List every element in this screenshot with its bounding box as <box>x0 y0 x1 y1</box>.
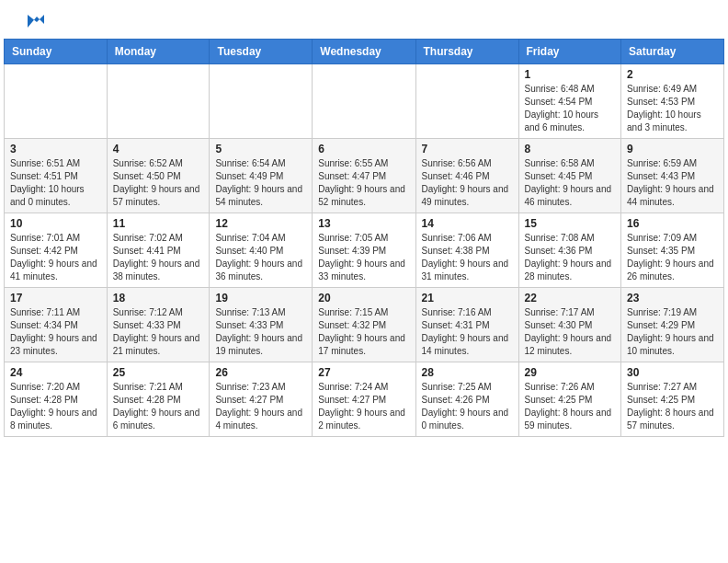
calendar-cell: 14Sunrise: 7:06 AMSunset: 4:38 PMDayligh… <box>415 213 518 288</box>
day-info: Sunrise: 6:52 AMSunset: 4:50 PMDaylight:… <box>113 157 204 209</box>
day-info: Sunrise: 7:12 AMSunset: 4:33 PMDaylight:… <box>113 306 204 358</box>
calendar-cell: 10Sunrise: 7:01 AMSunset: 4:42 PMDayligh… <box>5 213 108 288</box>
logo-icon <box>24 11 44 31</box>
calendar-cell <box>313 64 415 139</box>
day-number: 17 <box>10 292 101 304</box>
day-info: Sunrise: 6:56 AMSunset: 4:46 PMDaylight:… <box>422 157 513 209</box>
calendar-cell: 12Sunrise: 7:04 AMSunset: 4:40 PMDayligh… <box>210 213 313 288</box>
day-number: 30 <box>627 366 718 379</box>
day-number: 27 <box>318 366 409 379</box>
day-number: 28 <box>422 366 513 379</box>
calendar-cell: 9Sunrise: 6:59 AMSunset: 4:43 PMDaylight… <box>621 139 724 213</box>
day-info: Sunrise: 7:09 AMSunset: 4:35 PMDaylight:… <box>627 232 718 283</box>
day-info: Sunrise: 7:01 AMSunset: 4:42 PMDaylight:… <box>10 232 101 283</box>
day-number: 6 <box>318 143 409 155</box>
day-info: Sunrise: 7:23 AMSunset: 4:27 PMDaylight:… <box>215 381 306 432</box>
logo <box>22 15 44 31</box>
day-number: 4 <box>113 143 204 155</box>
day-info: Sunrise: 7:08 AMSunset: 4:36 PMDaylight:… <box>525 232 616 283</box>
calendar-cell: 25Sunrise: 7:21 AMSunset: 4:28 PMDayligh… <box>107 362 210 437</box>
calendar-cell <box>415 64 518 139</box>
col-header-monday: Monday <box>107 40 210 64</box>
day-number: 8 <box>525 143 616 155</box>
calendar-cell: 11Sunrise: 7:02 AMSunset: 4:41 PMDayligh… <box>107 213 210 288</box>
day-info: Sunrise: 6:54 AMSunset: 4:49 PMDaylight:… <box>215 157 306 209</box>
day-info: Sunrise: 7:19 AMSunset: 4:29 PMDaylight:… <box>627 306 718 358</box>
calendar-cell: 3Sunrise: 6:51 AMSunset: 4:51 PMDaylight… <box>5 139 108 213</box>
day-number: 23 <box>627 292 718 304</box>
day-info: Sunrise: 6:51 AMSunset: 4:51 PMDaylight:… <box>10 157 101 209</box>
day-info: Sunrise: 6:48 AMSunset: 4:54 PMDaylight:… <box>525 83 616 134</box>
day-info: Sunrise: 7:13 AMSunset: 4:33 PMDaylight:… <box>215 306 306 358</box>
day-number: 15 <box>525 217 616 230</box>
day-number: 9 <box>627 143 718 155</box>
day-number: 10 <box>10 217 101 230</box>
day-number: 1 <box>525 68 616 81</box>
calendar-cell: 7Sunrise: 6:56 AMSunset: 4:46 PMDaylight… <box>415 139 518 213</box>
calendar-cell: 18Sunrise: 7:12 AMSunset: 4:33 PMDayligh… <box>107 288 210 362</box>
svg-marker-0 <box>28 15 44 28</box>
calendar-cell: 30Sunrise: 7:27 AMSunset: 4:25 PMDayligh… <box>621 362 724 437</box>
day-number: 29 <box>525 366 616 379</box>
calendar-cell: 22Sunrise: 7:17 AMSunset: 4:30 PMDayligh… <box>518 288 621 362</box>
calendar-week-row: 1Sunrise: 6:48 AMSunset: 4:54 PMDaylight… <box>5 64 724 139</box>
calendar-cell: 8Sunrise: 6:58 AMSunset: 4:45 PMDaylight… <box>518 139 621 213</box>
day-info: Sunrise: 7:25 AMSunset: 4:26 PMDaylight:… <box>422 381 513 432</box>
calendar-header-row: SundayMondayTuesdayWednesdayThursdayFrid… <box>5 40 724 64</box>
day-number: 14 <box>422 217 513 230</box>
calendar-cell: 4Sunrise: 6:52 AMSunset: 4:50 PMDaylight… <box>107 139 210 213</box>
col-header-friday: Friday <box>518 40 621 64</box>
calendar-week-row: 3Sunrise: 6:51 AMSunset: 4:51 PMDaylight… <box>5 139 724 213</box>
day-number: 21 <box>422 292 513 304</box>
day-info: Sunrise: 7:20 AMSunset: 4:28 PMDaylight:… <box>10 381 101 432</box>
day-number: 13 <box>318 217 409 230</box>
day-number: 24 <box>10 366 101 379</box>
day-number: 16 <box>627 217 718 230</box>
calendar-week-row: 10Sunrise: 7:01 AMSunset: 4:42 PMDayligh… <box>5 213 724 288</box>
day-number: 20 <box>318 292 409 304</box>
calendar-cell: 20Sunrise: 7:15 AMSunset: 4:32 PMDayligh… <box>313 288 415 362</box>
calendar-cell <box>210 64 313 139</box>
day-info: Sunrise: 6:58 AMSunset: 4:45 PMDaylight:… <box>525 157 616 209</box>
day-info: Sunrise: 7:06 AMSunset: 4:38 PMDaylight:… <box>422 232 513 283</box>
day-info: Sunrise: 7:04 AMSunset: 4:40 PMDaylight:… <box>215 232 306 283</box>
day-info: Sunrise: 7:17 AMSunset: 4:30 PMDaylight:… <box>525 306 616 358</box>
calendar-cell: 28Sunrise: 7:25 AMSunset: 4:26 PMDayligh… <box>415 362 518 437</box>
col-header-thursday: Thursday <box>415 40 518 64</box>
day-number: 18 <box>113 292 204 304</box>
day-info: Sunrise: 7:05 AMSunset: 4:39 PMDaylight:… <box>318 232 409 283</box>
col-header-sunday: Sunday <box>5 40 108 64</box>
day-info: Sunrise: 7:16 AMSunset: 4:31 PMDaylight:… <box>422 306 513 358</box>
day-number: 26 <box>215 366 306 379</box>
page-header <box>4 0 724 39</box>
calendar-cell: 21Sunrise: 7:16 AMSunset: 4:31 PMDayligh… <box>415 288 518 362</box>
calendar-cell <box>107 64 210 139</box>
col-header-saturday: Saturday <box>621 40 724 64</box>
day-info: Sunrise: 7:15 AMSunset: 4:32 PMDaylight:… <box>318 306 409 358</box>
day-info: Sunrise: 7:02 AMSunset: 4:41 PMDaylight:… <box>113 232 204 283</box>
day-info: Sunrise: 6:49 AMSunset: 4:53 PMDaylight:… <box>627 83 718 134</box>
calendar-table: SundayMondayTuesdayWednesdayThursdayFrid… <box>4 39 724 437</box>
calendar-cell: 17Sunrise: 7:11 AMSunset: 4:34 PMDayligh… <box>5 288 108 362</box>
day-info: Sunrise: 7:27 AMSunset: 4:25 PMDaylight:… <box>627 381 718 432</box>
day-info: Sunrise: 7:24 AMSunset: 4:27 PMDaylight:… <box>318 381 409 432</box>
day-number: 22 <box>525 292 616 304</box>
calendar-cell: 2Sunrise: 6:49 AMSunset: 4:53 PMDaylight… <box>621 64 724 139</box>
day-info: Sunrise: 7:21 AMSunset: 4:28 PMDaylight:… <box>113 381 204 432</box>
calendar-cell: 5Sunrise: 6:54 AMSunset: 4:49 PMDaylight… <box>210 139 313 213</box>
calendar-week-row: 17Sunrise: 7:11 AMSunset: 4:34 PMDayligh… <box>5 288 724 362</box>
calendar-cell: 6Sunrise: 6:55 AMSunset: 4:47 PMDaylight… <box>313 139 415 213</box>
calendar-cell: 13Sunrise: 7:05 AMSunset: 4:39 PMDayligh… <box>313 213 415 288</box>
calendar-cell: 16Sunrise: 7:09 AMSunset: 4:35 PMDayligh… <box>621 213 724 288</box>
day-number: 2 <box>627 68 718 81</box>
calendar-cell: 19Sunrise: 7:13 AMSunset: 4:33 PMDayligh… <box>210 288 313 362</box>
calendar-cell: 29Sunrise: 7:26 AMSunset: 4:25 PMDayligh… <box>518 362 621 437</box>
col-header-tuesday: Tuesday <box>210 40 313 64</box>
calendar-cell <box>5 64 108 139</box>
day-info: Sunrise: 6:59 AMSunset: 4:43 PMDaylight:… <box>627 157 718 209</box>
col-header-wednesday: Wednesday <box>313 40 415 64</box>
calendar-cell: 1Sunrise: 6:48 AMSunset: 4:54 PMDaylight… <box>518 64 621 139</box>
day-number: 19 <box>215 292 306 304</box>
day-number: 7 <box>422 143 513 155</box>
calendar-cell: 23Sunrise: 7:19 AMSunset: 4:29 PMDayligh… <box>621 288 724 362</box>
